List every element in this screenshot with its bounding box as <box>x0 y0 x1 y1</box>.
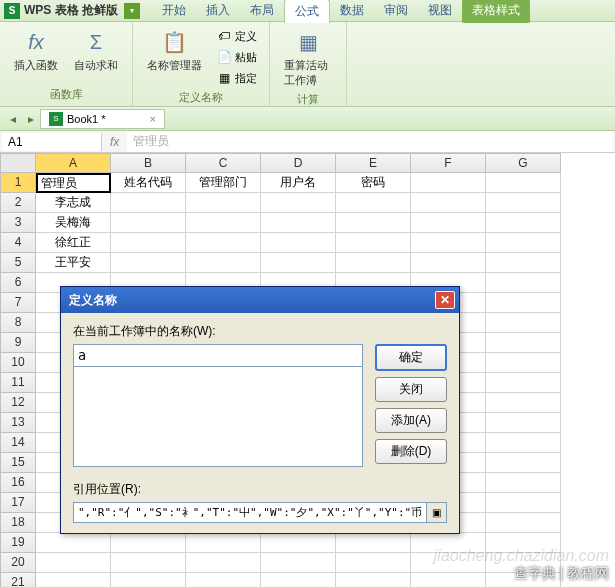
cell[interactable] <box>411 193 486 213</box>
cell[interactable] <box>111 213 186 233</box>
cell[interactable] <box>111 233 186 253</box>
cell[interactable]: 管理部门 <box>186 173 261 193</box>
cell[interactable]: 用户名 <box>261 173 336 193</box>
cell[interactable] <box>111 253 186 273</box>
cell[interactable] <box>486 413 561 433</box>
cell[interactable]: 吴梅海 <box>36 213 111 233</box>
row-header[interactable]: 18 <box>0 513 36 533</box>
row-header[interactable]: 11 <box>0 373 36 393</box>
row-header[interactable]: 15 <box>0 453 36 473</box>
row-header[interactable]: 4 <box>0 233 36 253</box>
cell[interactable] <box>36 533 111 553</box>
cell[interactable]: 密码 <box>336 173 411 193</box>
document-tab[interactable]: S Book1 * × <box>40 109 165 129</box>
cell[interactable] <box>411 213 486 233</box>
cell[interactable] <box>411 253 486 273</box>
cell[interactable] <box>111 553 186 573</box>
row-header[interactable]: 5 <box>0 253 36 273</box>
cell[interactable] <box>261 193 336 213</box>
cell[interactable] <box>411 233 486 253</box>
cell[interactable] <box>261 553 336 573</box>
menu-tab-公式[interactable]: 公式 <box>284 0 330 23</box>
name-input[interactable] <box>73 344 363 367</box>
assign-name-button[interactable]: ▦指定 <box>212 68 261 88</box>
cell[interactable] <box>336 553 411 573</box>
cell[interactable] <box>486 373 561 393</box>
cell[interactable] <box>486 173 561 193</box>
menu-tab-布局[interactable]: 布局 <box>240 0 284 23</box>
cell[interactable] <box>186 573 261 587</box>
row-header[interactable]: 10 <box>0 353 36 373</box>
cell[interactable]: 徐红正 <box>36 233 111 253</box>
tab-scroll-right[interactable]: ▸ <box>22 112 40 126</box>
name-manager-button[interactable]: 📋 名称管理器 <box>141 26 208 88</box>
cell[interactable] <box>111 193 186 213</box>
cell[interactable] <box>411 573 486 587</box>
row-header[interactable]: 16 <box>0 473 36 493</box>
row-header[interactable]: 8 <box>0 313 36 333</box>
cell[interactable] <box>336 213 411 233</box>
row-header[interactable]: 21 <box>0 573 36 587</box>
cell[interactable] <box>36 553 111 573</box>
col-header-A[interactable]: A <box>36 153 111 173</box>
cell[interactable] <box>336 253 411 273</box>
formula-input[interactable]: 管理员 <box>127 131 613 152</box>
cell[interactable] <box>36 573 111 587</box>
cell[interactable] <box>486 233 561 253</box>
col-header-F[interactable]: F <box>411 153 486 173</box>
delete-button[interactable]: 删除(D) <box>375 439 447 464</box>
cell[interactable]: 姓名代码 <box>111 173 186 193</box>
cell[interactable] <box>486 213 561 233</box>
select-all-corner[interactable] <box>0 153 36 173</box>
cell[interactable] <box>336 573 411 587</box>
menu-tab-插入[interactable]: 插入 <box>196 0 240 23</box>
row-header[interactable]: 20 <box>0 553 36 573</box>
cell[interactable] <box>486 293 561 313</box>
cell[interactable] <box>486 473 561 493</box>
name-box[interactable]: A1 <box>2 133 102 151</box>
cell[interactable] <box>486 193 561 213</box>
cell[interactable] <box>261 533 336 553</box>
cell[interactable] <box>186 193 261 213</box>
row-header[interactable]: 6 <box>0 273 36 293</box>
close-tab-icon[interactable]: × <box>150 113 156 125</box>
cell[interactable] <box>186 233 261 253</box>
range-picker-button[interactable]: ▣ <box>427 502 447 523</box>
add-button[interactable]: 添加(A) <box>375 408 447 433</box>
menu-tab-开始[interactable]: 开始 <box>152 0 196 23</box>
col-header-C[interactable]: C <box>186 153 261 173</box>
menu-tab-审阅[interactable]: 审阅 <box>374 0 418 23</box>
fx-label-icon[interactable]: fx <box>104 135 125 149</box>
cell[interactable] <box>336 193 411 213</box>
row-header[interactable]: 14 <box>0 433 36 453</box>
cell[interactable] <box>261 573 336 587</box>
col-header-G[interactable]: G <box>486 153 561 173</box>
row-header[interactable]: 17 <box>0 493 36 513</box>
cell[interactable] <box>486 273 561 293</box>
cell[interactable]: 李志成 <box>36 193 111 213</box>
row-header[interactable]: 9 <box>0 333 36 353</box>
tab-scroll-left[interactable]: ◂ <box>4 112 22 126</box>
col-header-B[interactable]: B <box>111 153 186 173</box>
menu-tab-表格样式[interactable]: 表格样式 <box>462 0 530 23</box>
menu-tab-数据[interactable]: 数据 <box>330 0 374 23</box>
col-header-D[interactable]: D <box>261 153 336 173</box>
cell[interactable] <box>336 533 411 553</box>
cell[interactable] <box>111 533 186 553</box>
row-header[interactable]: 2 <box>0 193 36 213</box>
row-header[interactable]: 19 <box>0 533 36 553</box>
cell[interactable] <box>486 433 561 453</box>
cell[interactable] <box>336 233 411 253</box>
cell[interactable] <box>261 233 336 253</box>
row-header[interactable]: 7 <box>0 293 36 313</box>
menu-tab-视图[interactable]: 视图 <box>418 0 462 23</box>
cell[interactable] <box>186 553 261 573</box>
row-header[interactable]: 3 <box>0 213 36 233</box>
dialog-close-button[interactable]: ✕ <box>435 291 455 309</box>
cell[interactable] <box>486 333 561 353</box>
paste-name-button[interactable]: 📄粘贴 <box>212 47 261 67</box>
cell[interactable] <box>486 393 561 413</box>
cell[interactable] <box>486 353 561 373</box>
dialog-title-bar[interactable]: 定义名称 ✕ <box>61 287 459 313</box>
row-header[interactable]: 13 <box>0 413 36 433</box>
